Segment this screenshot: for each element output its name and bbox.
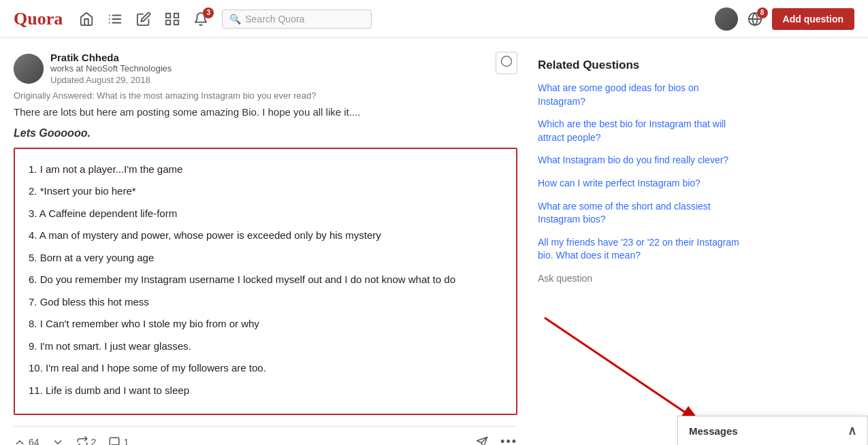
action-bar: 64 2 1 ••• (14, 426, 517, 445)
notifications-nav-icon[interactable]: 3 (193, 12, 208, 27)
upvote-count: 64 (29, 437, 39, 446)
related-question-5[interactable]: What are some of the short and classiest… (538, 200, 742, 227)
answer-list-container: 1. I am not a player...I'm the game 2. *… (14, 148, 517, 416)
list-item: 5. Born at a very young age (29, 248, 502, 268)
main-content: Pratik Chheda works at NeoSoft Technolog… (14, 52, 517, 445)
messages-badge: 8 (757, 7, 768, 18)
feed-nav-icon[interactable] (108, 12, 123, 27)
messages-label: Messages (689, 425, 738, 437)
original-answered: Originally Answered: What is the most am… (14, 90, 517, 101)
answer-intro: There are lots but here am posting some … (14, 105, 517, 120)
comment-group[interactable]: 1 (108, 436, 129, 446)
svg-rect-8 (166, 20, 170, 24)
messages-bar[interactable]: Messages ∧ (677, 416, 868, 445)
navbar: Quora 3 🔍 Search Quora 8 Add ques (0, 0, 868, 38)
list-item: 2. *Insert your bio here* (29, 182, 502, 201)
related-questions-title: Related Questions (538, 59, 742, 72)
downvote-group[interactable] (52, 436, 64, 446)
list-item: 8. I Can't remember who I stole my bio f… (29, 314, 502, 334)
list-item: 4. A man of mystery and power, whose pow… (29, 226, 502, 246)
author-updated: Updated August 29, 2018 (50, 75, 172, 85)
quora-logo[interactable]: Quora (14, 9, 63, 29)
notification-badge: 3 (203, 7, 214, 18)
author-name: Pratik Chheda (50, 52, 172, 63)
search-placeholder: Search Quora (245, 14, 304, 24)
more-button[interactable]: ••• (500, 435, 517, 445)
reshare-group[interactable]: 2 (76, 436, 97, 446)
edit-nav-icon[interactable] (136, 12, 151, 27)
related-question-6[interactable]: All my friends have '23 or '22 on their … (538, 236, 742, 263)
answer-list-box: 1. I am not a player...I'm the game 2. *… (14, 148, 517, 416)
related-question-4[interactable]: How can I write perfect Instagram bio? (538, 177, 742, 191)
user-avatar[interactable] (715, 7, 738, 31)
globe-icon[interactable]: 8 (748, 12, 762, 27)
sidebar: Related Questions What are some good ide… (538, 52, 742, 445)
search-bar[interactable]: 🔍 Search Quora (222, 10, 372, 29)
comment-count: 1 (123, 437, 129, 446)
navbar-right: 8 Add question (715, 7, 854, 31)
ask-question-link[interactable]: Ask question (538, 273, 592, 284)
add-question-button[interactable]: Add question (772, 8, 854, 30)
list-item: 9. I'm not smart. I just wear glasses. (29, 337, 502, 357)
search-icon: 🔍 (229, 14, 241, 24)
svg-rect-7 (174, 13, 178, 17)
list-item: 11. Life is dumb and I want to sleep (29, 381, 502, 401)
answer-bold: Lets Goooooo. (14, 127, 517, 139)
list-item: 1. I am not a player...I'm the game (29, 160, 502, 180)
svg-rect-9 (174, 20, 178, 24)
author-info: Pratik Chheda works at NeoSoft Technolog… (14, 52, 172, 85)
related-question-3[interactable]: What Instagram bio do you find really cl… (538, 154, 742, 167)
spaces-nav-icon[interactable] (165, 12, 180, 27)
author-avatar (14, 54, 44, 84)
list-item: 7. God bless this hot mess (29, 293, 502, 312)
author-details: Pratik Chheda works at NeoSoft Technolog… (50, 52, 172, 85)
share-button[interactable] (476, 436, 488, 446)
page-layout: Pratik Chheda works at NeoSoft Technolog… (0, 38, 868, 445)
home-nav-icon[interactable] (79, 12, 94, 27)
answer-action-icon[interactable] (496, 52, 517, 74)
reshare-count: 2 (91, 437, 97, 446)
answer-header: Pratik Chheda works at NeoSoft Technolog… (14, 52, 517, 85)
author-title: works at NeoSoft Technologies (50, 63, 172, 73)
list-item: 10. I'm real and I hope some of my follo… (29, 359, 502, 378)
list-item: 6. Do you remember my Instagram username… (29, 270, 502, 290)
chevron-up-icon: ∧ (848, 423, 856, 438)
related-question-2[interactable]: Which are the best bio for Instagram tha… (538, 118, 742, 144)
nav-icons: 3 🔍 Search Quora (79, 10, 705, 29)
list-item: 3. A Caffeine dependent life-form (29, 204, 502, 224)
related-question-1[interactable]: What are some good ideas for bios on Ins… (538, 82, 742, 108)
upvote-group[interactable]: 64 (14, 436, 39, 446)
svg-rect-6 (166, 13, 170, 17)
